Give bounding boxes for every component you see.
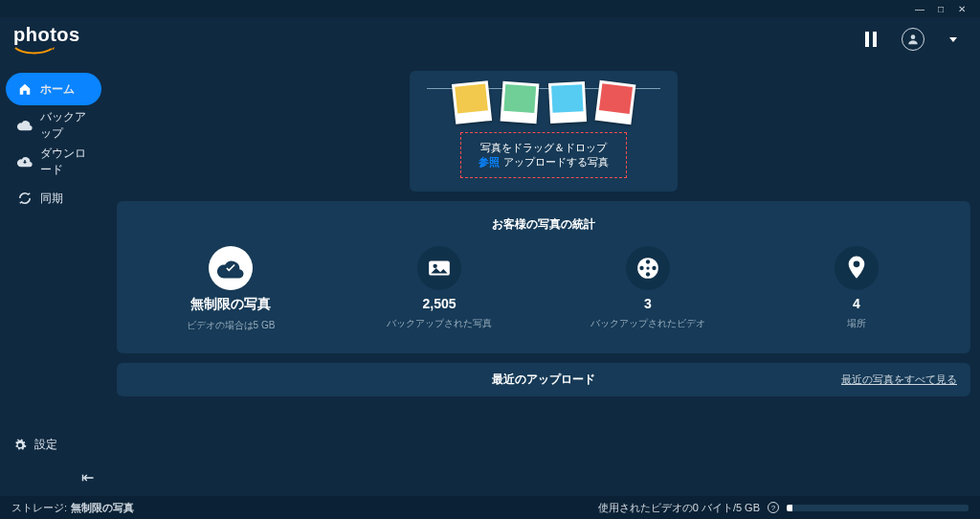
view-all-recent-link[interactable]: 最近の写真をすべて見る: [841, 372, 957, 387]
sidebar-item-home[interactable]: ホーム: [6, 73, 101, 105]
browse-link[interactable]: 参照: [479, 156, 500, 168]
stat-sub: バックアップされた写真: [387, 317, 492, 330]
home-icon: [17, 81, 33, 97]
window-titlebar: — □ ✕: [0, 0, 980, 17]
photo-icon: [417, 246, 461, 290]
stat-sub: 場所: [847, 317, 866, 330]
header-actions: [865, 28, 967, 51]
download-icon: [17, 154, 33, 169]
stat-sub: バックアップされたビデオ: [590, 317, 705, 330]
brand-text: photos: [13, 24, 80, 46]
cloud-icon: [17, 118, 33, 133]
stat-unlimited: 無制限の写真 ビデオの場合は5 GB: [130, 246, 330, 332]
svg-point-2: [433, 264, 436, 268]
film-reel-icon: [626, 246, 670, 290]
user-icon: [906, 33, 920, 46]
account-avatar[interactable]: [902, 28, 924, 51]
polaroid-thumb: [452, 80, 492, 124]
recent-title: 最近のアップロード: [492, 372, 595, 388]
app-brand: photos: [13, 24, 80, 56]
stat-value: 2,505: [422, 296, 456, 311]
help-icon[interactable]: ?: [768, 502, 779, 513]
sidebar-item-label: 同期: [40, 191, 63, 207]
polaroid-thumb: [501, 81, 540, 124]
stat-sub: ビデオの場合は5 GB: [187, 319, 276, 332]
storage-label: ストレージ:: [11, 501, 67, 515]
sync-icon: [17, 191, 33, 206]
sidebar-nav: ホーム バックアップ ダウンロード 同期: [0, 69, 107, 427]
storage-value: 無制限の写真: [71, 501, 134, 515]
svg-point-5: [646, 272, 650, 276]
storage-progress: [787, 505, 969, 511]
stats-title: お客様の写真の統計: [126, 211, 961, 246]
minimize-button[interactable]: —: [909, 2, 930, 15]
storage-progress-bar: [787, 505, 792, 511]
settings-label: 設定: [34, 437, 57, 453]
close-button[interactable]: ✕: [951, 2, 972, 15]
collapse-icon: ⇤: [81, 468, 94, 486]
stat-value: 4: [853, 296, 860, 311]
drop-zone[interactable]: 写真をドラッグ＆ドロップ 参照 アップロードする写真: [460, 132, 626, 178]
stat-value: 3: [644, 296, 652, 311]
svg-point-6: [639, 266, 643, 270]
svg-point-9: [854, 261, 860, 268]
amazon-smile-icon: [13, 46, 56, 56]
drop-instruction: 写真をドラッグ＆ドロップ: [479, 141, 608, 155]
sidebar-item-label: ホーム: [40, 81, 75, 98]
pin-icon: [835, 246, 879, 290]
stat-places: 4 場所: [756, 246, 956, 332]
stats-panel: お客様の写真の統計 無制限の写真 ビデオの場合は5 GB 2,505 バックアッ…: [117, 201, 970, 353]
status-bar: ストレージ: 無制限の写真 使用されたビデオの0 バイト/5 GB ?: [0, 496, 980, 519]
sidebar-item-backup[interactable]: バックアップ: [6, 109, 101, 142]
polaroid-thumb: [595, 80, 636, 124]
drop-after-text: アップロードする写真: [500, 156, 608, 168]
upload-card: 写真をドラッグ＆ドロップ 参照 アップロードする写真: [410, 71, 678, 192]
svg-point-7: [652, 266, 656, 270]
account-menu-caret[interactable]: [949, 37, 957, 42]
sidebar-item-settings[interactable]: 設定: [0, 427, 107, 463]
maximize-button[interactable]: □: [930, 2, 951, 15]
sidebar-item-label: ダウンロード: [40, 146, 90, 178]
sidebar-item-sync[interactable]: 同期: [6, 182, 101, 214]
sidebar-item-download[interactable]: ダウンロード: [6, 146, 101, 178]
svg-point-8: [646, 266, 649, 269]
cloud-check-icon: [209, 246, 253, 290]
sidebar-item-label: バックアップ: [40, 109, 90, 142]
main-content: 写真をドラッグ＆ドロップ 参照 アップロードする写真 お客様の写真の統計 無制限…: [107, 61, 980, 496]
stat-value: 無制限の写真: [190, 296, 271, 313]
polaroid-thumb: [548, 81, 587, 124]
pause-button[interactable]: [865, 32, 877, 47]
gear-icon: [13, 439, 27, 452]
stat-photos: 2,505 バックアップされた写真: [339, 246, 539, 332]
collapse-sidebar-button[interactable]: ⇤: [0, 463, 107, 496]
svg-point-4: [646, 260, 650, 263]
polaroid-decoration: [423, 82, 664, 123]
svg-point-0: [911, 34, 916, 39]
video-used-text: 使用されたビデオの0 バイト/5 GB: [598, 501, 760, 515]
app-header: photos: [0, 17, 980, 61]
stat-videos: 3 バックアップされたビデオ: [547, 246, 747, 332]
recent-uploads-panel: 最近のアップロード 最近の写真をすべて見る: [117, 363, 970, 396]
sidebar: ホーム バックアップ ダウンロード 同期 設定 ⇤: [0, 61, 107, 496]
